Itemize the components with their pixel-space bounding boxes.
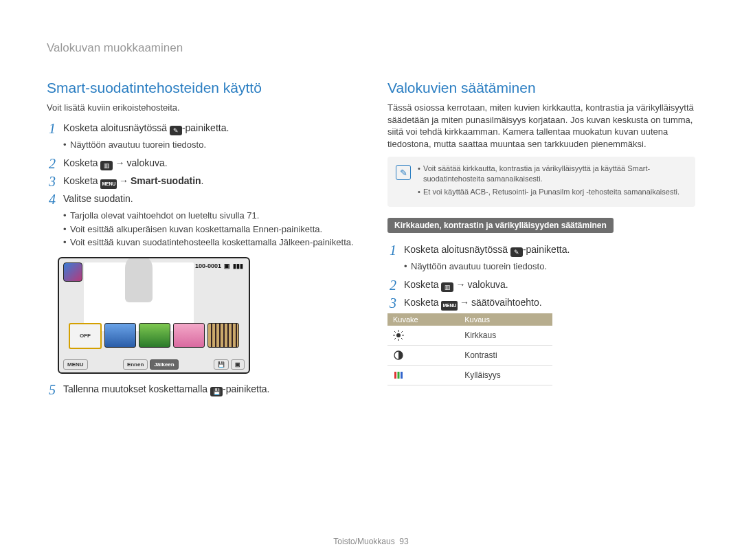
step-number: 5 <box>47 382 58 397</box>
table-row: Kirkkaus <box>387 326 552 346</box>
right-heading: Valokuvien säätäminen <box>387 80 695 96</box>
step-4: Valitse suodatin. <box>63 192 355 206</box>
step-4-sub: Voit esittää alkuperäisen kuvan kosketta… <box>63 223 355 236</box>
step-number: 3 <box>387 295 398 311</box>
right-step-2: Kosketa ▥→valokuva. <box>404 278 695 292</box>
svg-rect-10 <box>394 372 396 379</box>
svg-line-7 <box>401 331 403 333</box>
preview-subject <box>125 257 153 302</box>
step-number: 1 <box>387 243 398 258</box>
svg-rect-11 <box>398 372 400 379</box>
left-heading: Smart-suodatintehosteiden käyttö <box>47 80 355 96</box>
menu-icon: MENU <box>441 301 457 311</box>
smart-filter-icon <box>63 262 82 282</box>
arrow-icon: → <box>119 175 128 186</box>
step-4-sub: Voit esittää kuvan suodatintehosteella k… <box>63 236 355 249</box>
saturation-icon <box>393 370 404 381</box>
battery-icon: ▮▮▮ <box>233 262 243 269</box>
table-cell-label: Kylläisyys <box>459 366 552 385</box>
menu-icon: MENU <box>100 179 116 189</box>
share-icon: ▣ <box>224 262 230 269</box>
step-number: 2 <box>47 156 58 171</box>
svg-line-8 <box>394 338 396 339</box>
step-5: Tallenna muutokset koskettamalla 💾-paini… <box>63 382 355 396</box>
right-step-3: Kosketa MENU→säätövaihtoehto. <box>404 295 695 311</box>
before-button[interactable]: Ennen <box>123 359 148 370</box>
menu-button[interactable]: MENU <box>63 359 88 370</box>
sub-heading: Kirkkauden, kontrastin ja värikylläisyyd… <box>387 218 614 233</box>
right-intro: Tässä osiossa kerrotaan, miten kuvien ki… <box>387 102 695 150</box>
filter-thumb[interactable] <box>173 323 205 348</box>
camera-screenshot: 100-0001 ▣ ▮▮▮ OFF MENU Enne <box>58 257 250 374</box>
share-icon-button[interactable]: ▣ <box>231 359 245 370</box>
step-3: Kosketa MENU→Smart-suodatin. <box>63 174 355 189</box>
table-header-desc: Kuvaus <box>459 313 552 326</box>
filter-off-thumb[interactable]: OFF <box>69 323 102 349</box>
palette-icon: ✎ <box>510 247 523 257</box>
arrow-icon: → <box>115 157 124 168</box>
step-number: 4 <box>47 192 58 207</box>
info-item: Et voi käyttää ACB-, Retusointi- ja Puna… <box>418 187 687 197</box>
brightness-icon <box>393 330 404 341</box>
arrow-icon: → <box>460 297 469 308</box>
save-icon: 💾 <box>210 387 223 396</box>
filter-thumb[interactable] <box>139 323 170 348</box>
breadcrumb: Valokuvan muokkaaminen <box>47 41 695 55</box>
right-step-1: Kosketa aloitusnäytössä ✎-painiketta. <box>404 243 695 257</box>
step-1-sub: Näyttöön avautuu tuorein tiedosto. <box>63 139 355 151</box>
svg-line-5 <box>394 331 396 333</box>
preview-canvas <box>84 262 194 331</box>
save-icon-button[interactable]: 💾 <box>214 359 229 370</box>
step-number: 3 <box>47 174 58 189</box>
step-number: 1 <box>47 121 58 136</box>
contrast-icon <box>393 350 404 361</box>
table-row: Kontrasti <box>387 346 552 366</box>
info-icon: ✎ <box>396 165 411 180</box>
palette-icon: ✎ <box>170 126 182 135</box>
arrow-icon: → <box>456 279 465 290</box>
step-1: Kosketa aloitusnäytössä ✎-painiketta. <box>63 121 355 135</box>
svg-line-6 <box>401 338 403 339</box>
filter-thumbs: OFF <box>63 323 245 349</box>
step-2: Kosketa ▥→valokuva. <box>63 156 355 170</box>
filter-thumb[interactable] <box>207 323 239 348</box>
table-header-icon: Kuvake <box>387 313 459 326</box>
edit-icon: ▥ <box>100 161 113 170</box>
page-footer: Toisto/Muokkaus 93 <box>47 523 695 546</box>
right-column: Valokuvien säätäminen Tässä osiossa kerr… <box>387 80 695 523</box>
info-item: Voit säätää kirkkautta, kontrastia ja vä… <box>418 164 687 184</box>
right-step-1-sub: Näyttöön avautuu tuorein tiedosto. <box>404 260 695 273</box>
svg-point-0 <box>396 333 401 337</box>
icon-table: Kuvake Kuvaus Kirkkaus Kontrasti <box>387 313 552 385</box>
info-box: ✎ Voit säätää kirkkautta, kontrastia ja … <box>387 157 695 207</box>
after-button[interactable]: Jälkeen <box>150 359 178 370</box>
left-intro: Voit lisätä kuviin erikoistehosteita. <box>47 102 355 114</box>
svg-rect-12 <box>401 372 403 379</box>
step-number: 2 <box>387 278 398 293</box>
image-counter: 100-0001 <box>195 262 221 269</box>
table-row: Kylläisyys <box>387 366 552 385</box>
left-column: Smart-suodatintehosteiden käyttö Voit li… <box>47 80 355 523</box>
table-cell-label: Kirkkaus <box>459 326 552 346</box>
filter-thumb[interactable] <box>104 323 136 348</box>
edit-icon: ▥ <box>441 282 453 292</box>
step-4-sub: Tarjolla olevat vaihtoehdot on lueteltu … <box>63 210 355 222</box>
table-cell-label: Kontrasti <box>459 346 552 366</box>
